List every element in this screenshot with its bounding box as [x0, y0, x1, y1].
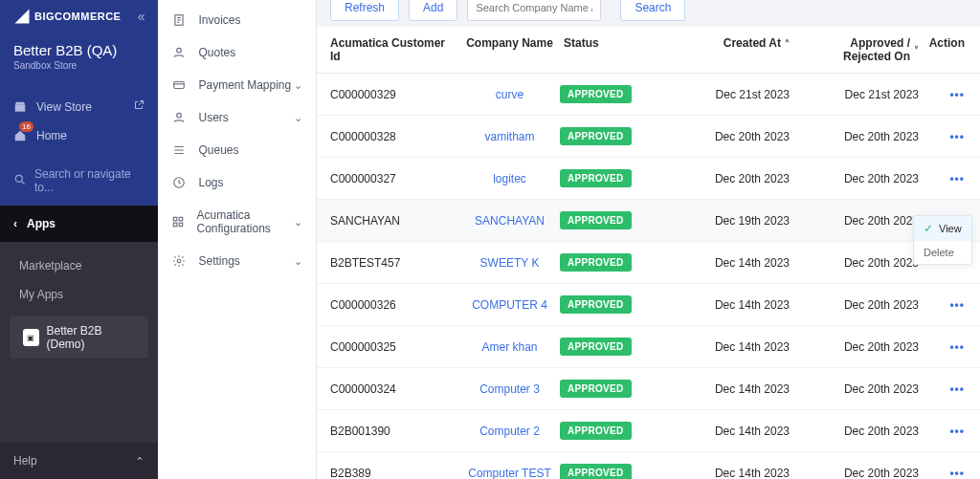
- nav-home[interactable]: 16 Home: [0, 121, 158, 150]
- row-action-button[interactable]: •••: [919, 130, 967, 143]
- cell-customer-id: B2B389: [330, 467, 459, 480]
- nav-help[interactable]: Help ⌄: [0, 443, 158, 479]
- status-badge: APPROVED: [560, 85, 632, 103]
- nav-my-apps[interactable]: My Apps: [0, 280, 158, 309]
- cell-customer-id: B2B001390: [330, 425, 459, 438]
- subnav-acumatica-config[interactable]: Acumatica Configurations ⌄: [158, 199, 316, 245]
- users-icon: [171, 111, 187, 124]
- queue-icon: [171, 143, 187, 157]
- cell-status: APPROVED: [560, 422, 675, 440]
- cell-created-at: Dec 14th 2023: [675, 298, 790, 312]
- refresh-button[interactable]: Refresh: [330, 0, 399, 21]
- cell-company-name[interactable]: Amer khan: [459, 340, 560, 354]
- th-created-at[interactable]: Created At ˄: [675, 36, 790, 50]
- th-created-label: Created At: [724, 36, 781, 50]
- cell-customer-id: C000000326: [330, 298, 459, 312]
- cell-company-name[interactable]: curve: [459, 88, 560, 101]
- row-action-button[interactable]: •••: [919, 340, 967, 354]
- main-content: Refresh Add Search Acumatica Customer Id…: [317, 0, 980, 479]
- cell-approved-on: Dec 20th 2023: [790, 467, 919, 480]
- nav-search[interactable]: Search or navigate to...: [0, 160, 158, 206]
- cell-approved-on: Dec 20th 2023: [790, 340, 919, 354]
- row-action-view[interactable]: ✓ View: [914, 216, 971, 241]
- th-status[interactable]: Status: [560, 36, 675, 50]
- row-action-button[interactable]: •••: [919, 298, 967, 312]
- status-badge: APPROVED: [560, 464, 632, 479]
- row-action-delete[interactable]: Delete: [914, 241, 971, 264]
- th-company-name[interactable]: Company Name: [459, 36, 560, 50]
- table-row: B2B001390Computer 2APPROVEDDec 14th 2023…: [317, 410, 980, 452]
- cell-status: APPROVED: [560, 337, 675, 356]
- company-search-input[interactable]: [467, 0, 601, 21]
- status-badge: APPROVED: [560, 253, 632, 272]
- status-badge: APPROVED: [560, 422, 632, 440]
- cell-company-name[interactable]: logitec: [459, 172, 560, 185]
- cell-approved-on: Dec 21st 2023: [790, 88, 919, 101]
- cell-created-at: Dec 20th 2023: [675, 172, 790, 185]
- nav-view-store[interactable]: View Store: [0, 92, 158, 121]
- subnav-payment-mapping[interactable]: Payment Mapping ⌄: [158, 69, 316, 101]
- nav-active-app[interactable]: ▣ Better B2B (Demo): [10, 316, 148, 359]
- subnav-quotes-label: Quotes: [198, 46, 235, 59]
- cell-status: APPROVED: [560, 295, 675, 314]
- row-action-button[interactable]: •••: [919, 88, 967, 101]
- nav-marketplace[interactable]: Marketplace: [0, 251, 158, 280]
- status-badge: APPROVED: [560, 127, 632, 145]
- cell-company-name[interactable]: SWEETY K: [459, 256, 560, 270]
- row-action-button[interactable]: •••: [919, 172, 967, 185]
- chevron-down-icon: ⌄: [294, 112, 302, 124]
- brand: BIGCOMMERCE «: [0, 0, 158, 33]
- storefront-icon: [13, 100, 27, 114]
- add-button[interactable]: Add: [409, 0, 457, 21]
- row-action-button[interactable]: •••: [919, 425, 967, 438]
- cell-customer-id: SANCHAYAN: [330, 214, 459, 228]
- cell-status: APPROVED: [560, 380, 675, 398]
- brand-prefix: BIG: [34, 11, 55, 22]
- config-icon: [171, 215, 185, 229]
- svg-rect-7: [174, 217, 178, 221]
- cell-company-name[interactable]: Computer 2: [459, 425, 560, 438]
- brand-name: COMMERCE: [55, 11, 121, 22]
- row-action-button[interactable]: •••: [919, 467, 967, 480]
- subnav-invoices[interactable]: Invoices: [158, 4, 316, 36]
- subnav-logs[interactable]: Logs: [158, 166, 316, 199]
- status-badge: APPROVED: [560, 295, 632, 314]
- cell-company-name[interactable]: Computer TEST: [459, 467, 560, 480]
- cell-customer-id: B2BTEST457: [330, 256, 459, 270]
- row-action-menu: ✓ View Delete: [913, 215, 972, 265]
- svg-rect-10: [180, 223, 184, 227]
- subnav-payment-mapping-label: Payment Mapping: [198, 78, 291, 92]
- search-button[interactable]: Search: [620, 0, 685, 21]
- subnav-quotes[interactable]: Quotes: [158, 36, 316, 69]
- cell-company-name[interactable]: SANCHAYAN: [459, 214, 560, 228]
- table-row: B2B389Computer TESTAPPROVEDDec 14th 2023…: [317, 452, 980, 479]
- table-row: SANCHAYANSANCHAYANAPPROVEDDec 19th 2023D…: [317, 200, 980, 242]
- subnav-users[interactable]: Users ⌄: [158, 101, 316, 134]
- store-name: Better B2B (QA): [13, 42, 145, 58]
- subnav-settings[interactable]: Settings ⌄: [158, 245, 316, 277]
- table-row: B2BTEST457SWEETY KAPPROVEDDec 14th 2023D…: [317, 242, 980, 284]
- collapse-sidebar-icon[interactable]: «: [138, 9, 145, 24]
- th-customer-id[interactable]: Acumatica Customer Id: [330, 36, 459, 63]
- subnav-queues[interactable]: Queues: [158, 134, 316, 166]
- cell-company-name[interactable]: COMPUTER 4: [459, 298, 560, 312]
- nav-help-label: Help: [13, 454, 37, 468]
- cell-approved-on: Dec 20th 2023: [790, 256, 919, 270]
- subnav-logs-label: Logs: [198, 176, 223, 189]
- th-approved-on[interactable]: Approved / Rejected On ˅: [790, 36, 919, 63]
- store-switcher[interactable]: Better B2B (QA) Sandbox Store: [0, 33, 158, 84]
- cell-approved-on: Dec 20th 2023: [790, 130, 919, 143]
- cell-customer-id: C000000324: [330, 382, 459, 396]
- row-action-button[interactable]: •••: [919, 382, 967, 396]
- cell-status: APPROVED: [560, 211, 675, 229]
- apps-header-label: Apps: [27, 217, 56, 230]
- subnav-users-label: Users: [198, 111, 228, 124]
- cell-customer-id: C000000328: [330, 130, 459, 143]
- apps-header[interactable]: ‹ Apps: [0, 206, 158, 242]
- row-action-view-label: View: [939, 223, 962, 234]
- cell-customer-id: C000000325: [330, 340, 459, 354]
- cell-created-at: Dec 14th 2023: [675, 256, 790, 270]
- cell-company-name[interactable]: vamitham: [459, 130, 560, 143]
- cell-company-name[interactable]: Computer 3: [459, 382, 560, 396]
- status-badge: APPROVED: [560, 380, 632, 398]
